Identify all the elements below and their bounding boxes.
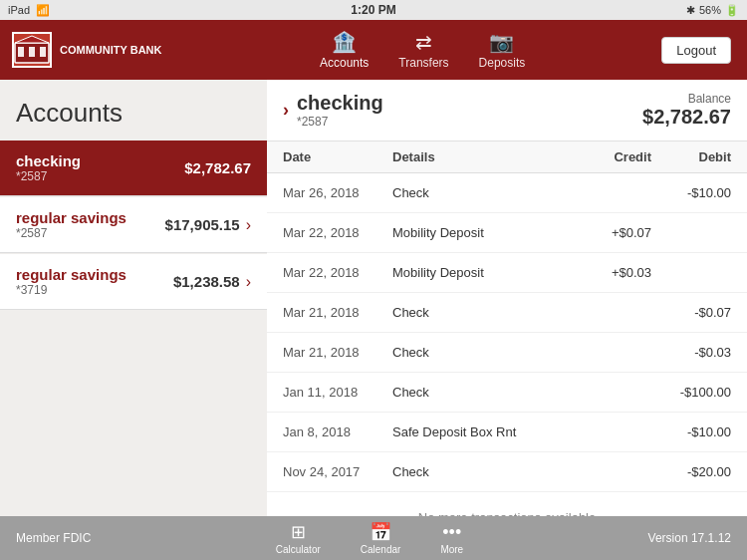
col-header-details: Details xyxy=(392,149,572,164)
nav-deposits-label: Deposits xyxy=(479,56,526,70)
account-item-savings-3719[interactable]: regular savings *3719 $1,238.58 › xyxy=(0,254,267,310)
transaction-content: › checking *2587 Balance $2,782.67 Date … xyxy=(267,80,747,516)
logout-button[interactable]: Logout xyxy=(661,37,731,64)
chevron-right-icon: › xyxy=(246,216,251,234)
tx-debit: -$100.00 xyxy=(651,385,731,400)
tx-debit: -$10.00 xyxy=(651,424,731,439)
tx-details: Mobility Deposit xyxy=(392,265,572,280)
chevron-right-icon: › xyxy=(246,273,251,291)
balance-section: Balance $2,782.67 xyxy=(642,92,731,129)
account-name: regular savings xyxy=(16,266,173,283)
tx-debit: -$0.03 xyxy=(651,345,731,360)
table-row: Mar 21, 2018 Check -$0.03 xyxy=(267,333,747,373)
main-nav: 🏦 Accounts ⇄ Transfers 📷 Deposits xyxy=(199,30,645,70)
calendar-icon: 📅 xyxy=(370,521,391,543)
footer-nav-calendar[interactable]: 📅 Calendar xyxy=(361,521,401,555)
more-icon: ••• xyxy=(442,522,461,543)
bank-logo-icon xyxy=(12,32,52,68)
table-row: Mar 26, 2018 Check -$10.00 xyxy=(267,173,747,213)
account-balance: $2,782.67 xyxy=(184,159,251,176)
logout-section: Logout xyxy=(645,37,747,64)
tx-date: Mar 21, 2018 xyxy=(283,305,392,320)
tx-date: Mar 22, 2018 xyxy=(283,225,392,240)
transfers-icon: ⇄ xyxy=(415,30,432,54)
transactions-table: Date Details Credit Debit Mar 26, 2018 C… xyxy=(267,141,747,516)
table-row: Mar 21, 2018 Check -$0.07 xyxy=(267,293,747,333)
svg-rect-3 xyxy=(40,47,46,57)
col-header-credit: Credit xyxy=(572,149,651,164)
tx-details: Mobility Deposit xyxy=(392,225,572,240)
battery-icon: 🔋 xyxy=(725,4,739,17)
calendar-label: Calendar xyxy=(361,544,401,555)
bank-logo: COMMUNITY BANK xyxy=(0,32,199,68)
more-label: More xyxy=(440,544,463,555)
selected-account-number: *2587 xyxy=(297,115,383,129)
accounts-icon: 🏦 xyxy=(332,30,357,54)
svg-rect-2 xyxy=(29,47,35,57)
tx-details: Check xyxy=(392,185,572,200)
tx-date: Jan 8, 2018 xyxy=(283,424,392,439)
tx-date: Mar 21, 2018 xyxy=(283,345,392,360)
tx-date: Mar 26, 2018 xyxy=(283,185,392,200)
account-balance: $17,905.15 xyxy=(165,216,240,233)
account-info: checking *2587 xyxy=(16,152,184,183)
tx-details: Safe Deposit Box Rnt xyxy=(392,424,572,439)
tx-date: Jan 11, 2018 xyxy=(283,385,392,400)
tx-details: Check xyxy=(392,385,572,400)
no-more-transactions: No more transactions available xyxy=(267,492,747,516)
tx-date: Nov 24, 2017 xyxy=(283,464,392,479)
nav-accounts-label: Accounts xyxy=(320,56,369,70)
balance-amount: $2,782.67 xyxy=(642,106,731,129)
account-name: checking xyxy=(16,152,184,169)
content-header-left: › checking *2587 xyxy=(283,92,383,129)
app-header: COMMUNITY BANK 🏦 Accounts ⇄ Transfers 📷 … xyxy=(0,20,747,80)
battery-percent: 56% xyxy=(699,4,721,16)
table-row: Mar 22, 2018 Mobility Deposit +$0.07 xyxy=(267,213,747,253)
nav-transfers-label: Transfers xyxy=(398,56,448,70)
status-ipad-label: iPad xyxy=(8,4,30,16)
deposits-icon: 📷 xyxy=(489,30,514,54)
app-footer: Member FDIC ⊞ Calculator 📅 Calendar ••• … xyxy=(0,516,747,560)
tx-debit: -$20.00 xyxy=(651,464,731,479)
account-name: regular savings xyxy=(16,209,165,226)
status-bar: iPad 📶 1:20 PM ✱ 56% 🔋 xyxy=(0,0,747,20)
footer-nav-more[interactable]: ••• More xyxy=(440,522,463,555)
col-header-date: Date xyxy=(283,149,392,164)
status-time: 1:20 PM xyxy=(351,3,395,17)
main-layout: Accounts checking *2587 $2,782.67 regula… xyxy=(0,80,747,516)
footer-nav: ⊞ Calculator 📅 Calendar ••• More xyxy=(276,521,463,555)
tx-credit: +$0.03 xyxy=(572,265,651,280)
member-fdic-label: Member FDIC xyxy=(16,531,91,545)
calculator-label: Calculator xyxy=(276,544,321,555)
account-info: regular savings *2587 xyxy=(16,209,165,240)
col-header-debit: Debit xyxy=(651,149,731,164)
table-row: Jan 11, 2018 Check -$100.00 xyxy=(267,373,747,413)
content-header: › checking *2587 Balance $2,782.67 xyxy=(267,80,747,141)
balance-label: Balance xyxy=(642,92,731,106)
account-number: *2587 xyxy=(16,169,184,183)
selected-account-name: checking xyxy=(297,92,383,115)
table-row: Nov 24, 2017 Check -$20.00 xyxy=(267,452,747,492)
footer-nav-calculator[interactable]: ⊞ Calculator xyxy=(276,521,321,555)
account-number: *3719 xyxy=(16,283,173,297)
account-balance: $1,238.58 xyxy=(173,273,240,290)
tx-details: Check xyxy=(392,464,572,479)
account-item-checking[interactable]: checking *2587 $2,782.67 xyxy=(0,140,267,196)
nav-accounts[interactable]: 🏦 Accounts xyxy=(320,30,369,70)
expand-icon: › xyxy=(283,100,289,121)
calculator-icon: ⊞ xyxy=(291,521,306,543)
bluetooth-icon: ✱ xyxy=(686,4,695,17)
svg-marker-4 xyxy=(15,36,49,43)
account-item-savings-2587[interactable]: regular savings *2587 $17,905.15 › xyxy=(0,197,267,253)
tx-credit: +$0.07 xyxy=(572,225,651,240)
tx-date: Mar 22, 2018 xyxy=(283,265,392,280)
table-row: Jan 8, 2018 Safe Deposit Box Rnt -$10.00 xyxy=(267,413,747,452)
version-label: Version 17.1.12 xyxy=(648,531,731,545)
svg-rect-1 xyxy=(18,47,24,57)
selected-account-info: checking *2587 xyxy=(297,92,383,129)
nav-transfers[interactable]: ⇄ Transfers xyxy=(398,30,448,70)
sidebar-title: Accounts xyxy=(0,80,267,140)
accounts-sidebar: Accounts checking *2587 $2,782.67 regula… xyxy=(0,80,267,516)
nav-deposits[interactable]: 📷 Deposits xyxy=(479,30,526,70)
tx-details: Check xyxy=(392,345,572,360)
